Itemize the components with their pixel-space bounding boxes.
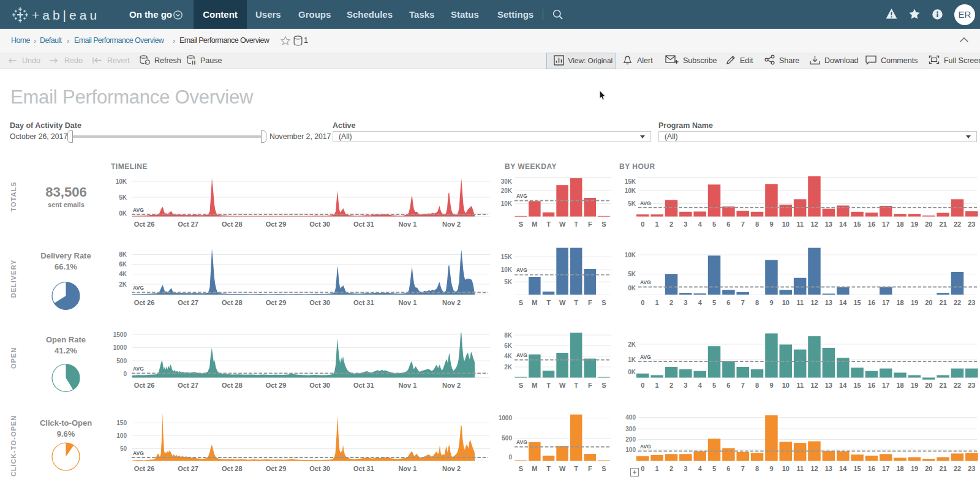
svg-text:30K: 30K bbox=[501, 178, 513, 185]
svg-text:5K: 5K bbox=[504, 279, 513, 285]
svg-text:Oct 30: Oct 30 bbox=[309, 221, 330, 228]
svg-text:AVG: AVG bbox=[133, 450, 144, 456]
svg-text:T: T bbox=[546, 382, 551, 389]
svg-text:0K: 0K bbox=[628, 285, 636, 292]
svg-text:19: 19 bbox=[911, 221, 918, 228]
svg-text:15: 15 bbox=[853, 299, 861, 306]
svg-text:Nov 2: Nov 2 bbox=[442, 221, 461, 228]
svg-text:12: 12 bbox=[810, 299, 818, 306]
svg-text:S: S bbox=[601, 465, 606, 472]
svg-text:19: 19 bbox=[911, 299, 918, 306]
svg-text:Oct 30: Oct 30 bbox=[309, 299, 330, 306]
svg-text:11: 11 bbox=[796, 299, 804, 306]
svg-text:14: 14 bbox=[839, 465, 847, 472]
svg-text:21: 21 bbox=[940, 221, 947, 228]
svg-text:Oct 29: Oct 29 bbox=[266, 382, 287, 389]
svg-text:Nov 2: Nov 2 bbox=[442, 382, 461, 389]
svg-text:18: 18 bbox=[896, 299, 903, 306]
svg-text:6K: 6K bbox=[119, 261, 127, 268]
svg-text:9.6%: 9.6% bbox=[57, 429, 75, 439]
svg-text:W: W bbox=[559, 382, 566, 389]
svg-text:Oct 27: Oct 27 bbox=[178, 299, 198, 306]
svg-text:AVG: AVG bbox=[133, 366, 144, 372]
svg-text:10: 10 bbox=[782, 382, 790, 389]
svg-text:AVG: AVG bbox=[516, 193, 527, 199]
svg-text:M: M bbox=[532, 465, 537, 472]
svg-text:16: 16 bbox=[868, 382, 875, 389]
svg-text:6: 6 bbox=[726, 299, 730, 306]
svg-text:500: 500 bbox=[116, 358, 127, 364]
svg-text:14: 14 bbox=[839, 221, 847, 228]
svg-text:10: 10 bbox=[782, 465, 790, 472]
svg-text:OPEN: OPEN bbox=[10, 347, 17, 369]
svg-text:T: T bbox=[546, 299, 551, 306]
svg-text:18: 18 bbox=[896, 382, 903, 389]
svg-text:1: 1 bbox=[655, 221, 659, 228]
svg-text:17: 17 bbox=[882, 299, 889, 306]
svg-text:AVG: AVG bbox=[133, 285, 144, 291]
svg-text:S: S bbox=[601, 299, 606, 306]
svg-text:15K: 15K bbox=[501, 254, 513, 260]
svg-text:21: 21 bbox=[940, 465, 947, 472]
svg-text:DELIVERY: DELIVERY bbox=[10, 260, 17, 298]
svg-text:20: 20 bbox=[925, 221, 932, 228]
svg-text:0: 0 bbox=[641, 299, 644, 306]
svg-text:W: W bbox=[559, 299, 566, 306]
svg-text:1000: 1000 bbox=[499, 415, 513, 421]
svg-text:10K: 10K bbox=[116, 178, 127, 185]
svg-text:2: 2 bbox=[669, 465, 673, 472]
svg-text:1K: 1K bbox=[628, 356, 636, 363]
svg-text:Oct 26: Oct 26 bbox=[134, 299, 155, 306]
svg-text:10K: 10K bbox=[625, 252, 636, 258]
svg-text:Nov 2: Nov 2 bbox=[442, 465, 461, 472]
svg-text:Oct 26: Oct 26 bbox=[134, 465, 155, 472]
svg-text:Oct 31: Oct 31 bbox=[353, 382, 374, 389]
svg-text:14: 14 bbox=[839, 382, 847, 389]
svg-text:500: 500 bbox=[502, 435, 512, 442]
svg-text:4K: 4K bbox=[504, 353, 513, 360]
svg-text:T: T bbox=[574, 465, 578, 472]
svg-text:15K: 15K bbox=[625, 178, 636, 185]
svg-text:100: 100 bbox=[116, 432, 127, 439]
svg-text:Oct 28: Oct 28 bbox=[222, 221, 243, 228]
svg-text:7: 7 bbox=[741, 382, 745, 389]
svg-text:4: 4 bbox=[698, 382, 703, 389]
svg-text:20: 20 bbox=[925, 382, 932, 389]
svg-text:Nov 1: Nov 1 bbox=[398, 465, 417, 472]
svg-text:18: 18 bbox=[896, 221, 903, 228]
svg-text:TIMELINE: TIMELINE bbox=[111, 162, 148, 171]
svg-text:15: 15 bbox=[853, 382, 861, 389]
svg-text:21: 21 bbox=[940, 382, 947, 389]
svg-text:3: 3 bbox=[684, 465, 687, 472]
svg-text:0: 0 bbox=[641, 221, 644, 228]
svg-text:Oct 26: Oct 26 bbox=[134, 382, 155, 389]
svg-text:S: S bbox=[519, 299, 523, 306]
svg-text:4: 4 bbox=[698, 221, 703, 228]
svg-text:Oct 31: Oct 31 bbox=[353, 299, 374, 306]
svg-text:Open Rate: Open Rate bbox=[46, 335, 86, 344]
svg-text:13: 13 bbox=[825, 221, 832, 228]
svg-text:Oct 27: Oct 27 bbox=[178, 382, 198, 389]
svg-text:7: 7 bbox=[741, 221, 745, 228]
svg-text:F: F bbox=[588, 465, 592, 472]
svg-text:T: T bbox=[574, 299, 578, 306]
svg-text:66.1%: 66.1% bbox=[55, 262, 77, 271]
svg-text:22: 22 bbox=[954, 299, 961, 306]
svg-text:0: 0 bbox=[123, 371, 127, 377]
svg-text:M: M bbox=[532, 382, 537, 389]
svg-text:2: 2 bbox=[669, 382, 673, 389]
svg-text:AVG: AVG bbox=[516, 267, 527, 273]
svg-text:W: W bbox=[559, 465, 566, 472]
svg-text:BY HOUR: BY HOUR bbox=[619, 162, 655, 171]
svg-text:11: 11 bbox=[796, 465, 804, 472]
svg-text:12: 12 bbox=[810, 465, 818, 472]
svg-text:Oct 27: Oct 27 bbox=[178, 465, 198, 472]
svg-text:Oct 29: Oct 29 bbox=[266, 221, 287, 228]
svg-text:Oct 28: Oct 28 bbox=[222, 382, 243, 389]
svg-text:14: 14 bbox=[839, 299, 847, 306]
svg-text:41.2%: 41.2% bbox=[55, 346, 77, 355]
svg-text:3: 3 bbox=[684, 382, 687, 389]
svg-text:10K: 10K bbox=[501, 200, 513, 207]
svg-text:20: 20 bbox=[925, 465, 932, 472]
svg-text:19: 19 bbox=[911, 382, 918, 389]
